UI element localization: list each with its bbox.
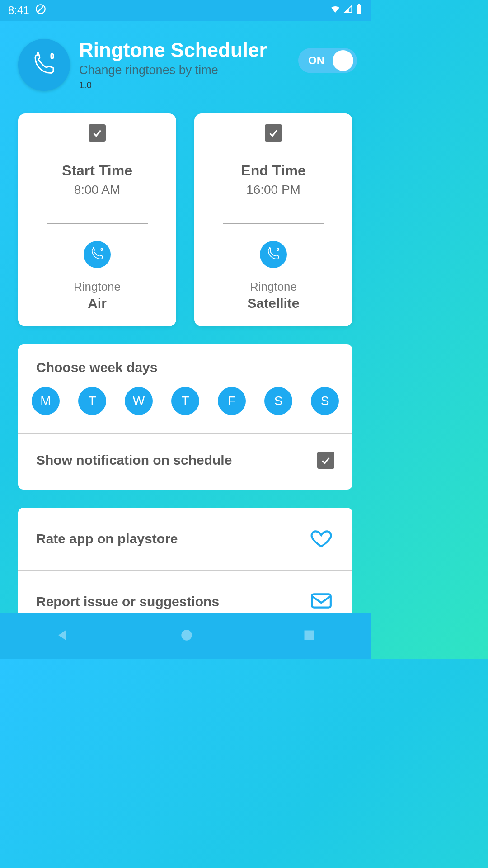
svg-point-4 [181, 630, 192, 640]
end-time-card[interactable]: End Time 16:00 PM Ringtone Satellite [194, 113, 352, 326]
day-sun[interactable]: S [311, 387, 339, 415]
app-icon [18, 39, 70, 91]
divider [223, 223, 324, 224]
status-time: 8:41 [8, 4, 29, 17]
signal-icon [343, 4, 353, 17]
nav-back[interactable] [55, 627, 70, 645]
day-thu[interactable]: T [171, 387, 199, 415]
svg-rect-5 [305, 631, 314, 640]
mail-icon [308, 590, 334, 614]
phone-ringtone-icon[interactable] [260, 241, 287, 268]
start-enabled-checkbox[interactable] [89, 124, 106, 142]
toggle-label: ON [302, 54, 324, 67]
day-sat[interactable]: S [264, 387, 292, 415]
app-title: Ringtone Scheduler [79, 39, 289, 61]
svg-rect-2 [358, 4, 360, 5]
svg-rect-3 [312, 594, 331, 607]
end-time-label: End Time [203, 162, 343, 179]
settings-card: Choose week days M T W T F S S Show noti… [18, 344, 352, 490]
status-bar: 8:41 [0, 0, 371, 21]
rate-label: Rate app on playstore [36, 531, 178, 547]
end-time-value[interactable]: 16:00 PM [203, 183, 343, 197]
app-header: Ringtone Scheduler Change ringtones by t… [0, 21, 371, 100]
start-time-value[interactable]: 8:00 AM [27, 183, 167, 197]
week-title: Choose week days [27, 360, 343, 375]
end-ringtone-label: Ringtone [247, 280, 299, 294]
start-time-card[interactable]: Start Time 8:00 AM Ringtone Air [18, 113, 176, 326]
day-mon[interactable]: M [32, 387, 60, 415]
nav-recent[interactable] [303, 629, 315, 643]
heart-icon [308, 527, 334, 551]
app-subtitle: Change ringtones by time [79, 63, 289, 77]
toggle-knob [333, 50, 353, 71]
dnd-icon [35, 3, 47, 18]
day-fri[interactable]: F [218, 387, 246, 415]
app-version: 1.0 [79, 80, 289, 90]
day-tue[interactable]: T [78, 387, 106, 415]
phone-ringtone-icon[interactable] [84, 241, 111, 268]
start-time-label: Start Time [27, 162, 167, 179]
master-toggle[interactable]: ON [298, 48, 357, 73]
notification-row[interactable]: Show notification on schedule [27, 434, 343, 490]
svg-rect-1 [357, 5, 361, 14]
end-enabled-checkbox[interactable] [265, 124, 282, 142]
start-ringtone-name[interactable]: Air [74, 296, 121, 311]
battery-icon [356, 4, 362, 17]
notification-label: Show notification on schedule [36, 453, 232, 468]
nav-bar [0, 613, 371, 659]
end-ringtone-name[interactable]: Satellite [247, 296, 299, 311]
wifi-icon [330, 4, 341, 17]
report-label: Report issue or suggestions [36, 594, 219, 609]
start-ringtone-label: Ringtone [74, 280, 121, 294]
rate-row[interactable]: Rate app on playstore [27, 508, 343, 570]
nav-home[interactable] [180, 629, 193, 643]
notification-checkbox[interactable] [317, 452, 334, 469]
day-wed[interactable]: W [125, 387, 153, 415]
divider [47, 223, 147, 224]
